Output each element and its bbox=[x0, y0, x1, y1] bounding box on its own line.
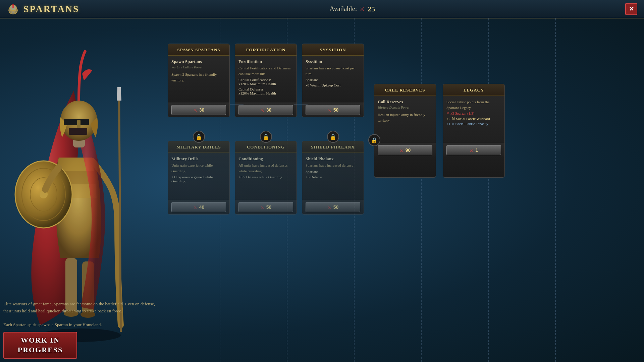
warrior-description: Elite warriors of great fame, Spartans a… bbox=[3, 301, 158, 328]
description-text: Elite warriors of great fame, Spartans a… bbox=[3, 301, 155, 313]
svg-rect-21 bbox=[77, 120, 80, 128]
card-body: Spawn Spartans Warfare Culture Power Spa… bbox=[168, 56, 229, 103]
card-desc: Social Fabric points from the Spartans L… bbox=[446, 99, 501, 110]
fortification-card: Fortification Fortification Capital Fort… bbox=[235, 44, 297, 117]
card-desc: Units gain experience while Guarding bbox=[171, 163, 226, 174]
close-button[interactable]: ✕ bbox=[625, 3, 637, 15]
cost-value: 50 bbox=[266, 204, 272, 210]
military-drills-card-wrapper: 🔒 Military Drills Military Drills Units … bbox=[168, 141, 230, 215]
sword-icon: ⚔ bbox=[260, 108, 264, 113]
header-left: Spartans bbox=[7, 3, 79, 15]
card-header: Spawn Spartans bbox=[168, 44, 229, 56]
card-name: Shield Phalanx bbox=[306, 156, 360, 162]
cost-button-call-reserves[interactable]: ⚔ 90 bbox=[378, 145, 432, 155]
card-header: Conditioning bbox=[235, 141, 297, 153]
cost-value: 90 bbox=[406, 147, 411, 153]
card-footer: ⚔ 90 bbox=[374, 143, 436, 157]
card-title: Military Drills bbox=[176, 144, 221, 149]
card-footer: ⚔ 30 bbox=[235, 103, 297, 117]
cost-value: 40 bbox=[199, 204, 205, 210]
cost-button-shield-phalanx[interactable]: ⚔ 50 bbox=[306, 202, 360, 212]
card-footer: ⚔ 1 bbox=[443, 143, 504, 157]
card-footer: ⚔ 40 bbox=[168, 200, 229, 214]
skill-card-shield-phalanx: Shield Phalanx Shield Phalanx Spartans h… bbox=[302, 141, 364, 215]
sword-icon: ⚔ bbox=[193, 108, 197, 113]
card-name: Conditioning bbox=[238, 156, 293, 162]
wip-button[interactable]: WORK INPROGRESS bbox=[3, 332, 77, 359]
card-desc: Spawn 2 Spartans in a friendly territory… bbox=[171, 72, 226, 83]
card-header: Legacy bbox=[443, 84, 504, 96]
card-name: Call Reserves bbox=[378, 99, 432, 105]
cost-button-military-drills[interactable]: ⚔ 40 bbox=[171, 202, 226, 212]
cost-button-spawn-spartans[interactable]: ⚔ 30 bbox=[171, 105, 226, 115]
skill-card-legacy: Legacy Social Fabric points from the Spa… bbox=[443, 84, 505, 178]
skill-card-spawn-spartans: Spawn Spartans Spawn Spartans Warfare Cu… bbox=[168, 44, 230, 117]
card-header: Fortification bbox=[235, 44, 297, 56]
card-header: Military Drills bbox=[168, 141, 229, 153]
cost-value: 50 bbox=[333, 107, 339, 113]
page-title: Spartans bbox=[23, 4, 79, 14]
cost-value: 30 bbox=[199, 107, 205, 113]
connector-line-2 bbox=[294, 104, 308, 105]
card-name: Syssition bbox=[306, 59, 360, 64]
cost-button-conditioning[interactable]: ⚔ 50 bbox=[238, 202, 293, 212]
skill-card-fortification: Fortification Fortification Capital Fort… bbox=[235, 44, 297, 117]
bonus-text: ✕ Social Fabric Tenacity bbox=[451, 122, 488, 126]
card-stat: +0.5 Defense while Guarding bbox=[238, 175, 293, 179]
card-desc: Spartans have increased defense bbox=[306, 163, 360, 168]
bonus-3: +1 ✕ Social Fabric Tenacity bbox=[446, 122, 501, 126]
cost-value: 50 bbox=[333, 204, 339, 210]
sword-icon: ⚔ bbox=[470, 148, 474, 153]
description-text-2: Each Spartan spirit spawns a Spartan in … bbox=[3, 322, 102, 327]
card-desc: Capital Fortifications and Defenses can … bbox=[238, 65, 293, 76]
cost-button-legacy[interactable]: ⚔ 1 bbox=[446, 145, 501, 155]
card-name: Spawn Spartans bbox=[171, 59, 226, 64]
card-stat-1: Capital Fortifications:x120% Maximum Hea… bbox=[238, 78, 293, 86]
card-title: Spawn Spartans bbox=[177, 47, 220, 52]
sword-icon: ⚔ bbox=[327, 108, 331, 113]
bonus-text: 🏛 Social Fabric Wildcard bbox=[451, 117, 490, 121]
sword-icon: ⚔ bbox=[193, 205, 197, 210]
sword-icon: ⚔ bbox=[260, 205, 264, 210]
bonus-icon: +2 bbox=[446, 117, 450, 121]
card-body: Call Reserves Warfare Domain Power Heal … bbox=[374, 96, 436, 143]
helmet-icon bbox=[7, 3, 19, 15]
cost-button-syssition[interactable]: ⚔ 50 bbox=[306, 105, 360, 115]
card-title: Conditioning bbox=[247, 144, 285, 149]
lock-icon: 🔒 bbox=[327, 131, 339, 143]
card-desc: All units have increased defenses while … bbox=[238, 163, 293, 174]
cards-area: Spawn Spartans Spawn Spartans Warfare Cu… bbox=[168, 44, 637, 335]
card-header: Syssition bbox=[302, 44, 364, 56]
warrior-figure bbox=[7, 40, 154, 342]
call-reserves-card-wrapper: Call Reserves Call Reserves Warfare Doma… bbox=[374, 84, 436, 178]
card-body: Conditioning All units have increased de… bbox=[235, 153, 297, 200]
card-name: Military Drills bbox=[171, 156, 226, 162]
card-stat-2: Capital Defenses:x120% Maximum Health bbox=[238, 87, 293, 95]
card-stat-1: Spartan: bbox=[306, 170, 360, 174]
card-name: Fortification bbox=[238, 59, 293, 64]
syssition-card: Syssition Syssition Spartans have no upk… bbox=[302, 44, 364, 117]
cost-button-fortification[interactable]: ⚔ 30 bbox=[238, 105, 293, 115]
svg-rect-5 bbox=[12, 4, 14, 5]
cost-value: 1 bbox=[476, 147, 478, 153]
svg-rect-20 bbox=[69, 128, 87, 135]
conditioning-card-wrapper: 🔒 Conditioning Conditioning All units ha… bbox=[235, 141, 297, 215]
lock-icon-col3: 🔒 bbox=[368, 134, 380, 146]
card-subtitle: Warfare Domain Power bbox=[378, 106, 432, 109]
card-body: Fortification Capital Fortifications and… bbox=[235, 56, 297, 103]
bonus-1: ✕ x3 Spartan (1/3) bbox=[446, 111, 501, 116]
sword-icon: ⚔ bbox=[399, 148, 404, 153]
card-body: Social Fabric points from the Spartans L… bbox=[443, 96, 504, 143]
card-stat: +1 Experience gained while Guarding bbox=[171, 175, 226, 183]
sword-icon: ⚔ bbox=[327, 205, 331, 210]
cost-value: 30 bbox=[266, 107, 272, 113]
card-title: Shield Phalanx bbox=[311, 144, 355, 149]
svg-marker-16 bbox=[117, 87, 121, 101]
card-title: Call Reserves bbox=[385, 87, 425, 93]
card-stat-2: x0 Wealth Upkeep Cost bbox=[306, 83, 360, 87]
bonus-2: +2 🏛 Social Fabric Wildcard bbox=[446, 117, 501, 121]
skill-card-military-drills: Military Drills Military Drills Units ga… bbox=[168, 141, 230, 215]
available-label: Available: bbox=[329, 5, 357, 13]
bonus-icon: +1 bbox=[446, 122, 450, 126]
card-title: Legacy bbox=[464, 87, 484, 93]
